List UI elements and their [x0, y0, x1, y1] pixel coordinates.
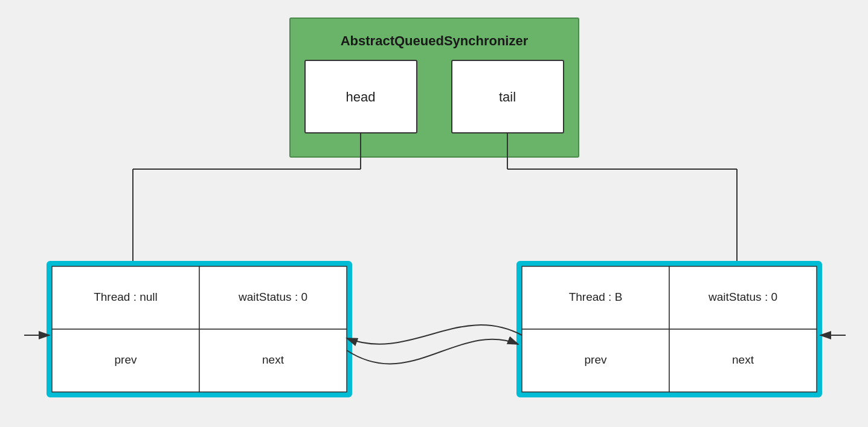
diagram-container: AbstractQueuedSynchronizer head tail: [0, 0, 868, 427]
head-label: head: [346, 89, 376, 104]
node1-prev-text: prev: [115, 353, 137, 366]
node2-thread-text: Thread : B: [569, 291, 623, 303]
node2-wait-text: waitStatus : 0: [708, 291, 777, 303]
prev-to-node1-arrow: [347, 325, 522, 344]
node1-wait-text: waitStatus : 0: [238, 291, 307, 303]
next-to-node2-arrow: [347, 339, 518, 364]
node1-thread-text: Thread : null: [94, 291, 158, 303]
node1-next-text: next: [262, 353, 285, 366]
diagram-svg: AbstractQueuedSynchronizer head tail: [0, 0, 868, 427]
tail-label: tail: [499, 89, 516, 104]
node2-prev-text: prev: [585, 353, 607, 366]
node2-next-text: next: [732, 353, 754, 366]
aqs-title: AbstractQueuedSynchronizer: [341, 33, 529, 48]
